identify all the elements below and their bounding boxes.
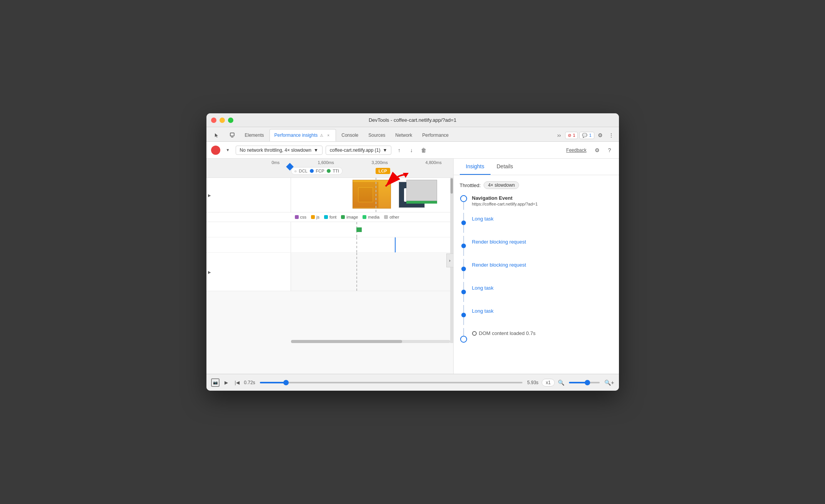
rb2-vline-top [463,259,464,267]
scroll-thumb[interactable] [451,178,453,194]
rb1-vline-bottom [463,248,464,256]
js-label: js [316,215,319,219]
upload-icon[interactable]: ↑ [394,146,404,155]
progress-thumb[interactable] [283,380,289,385]
rb2-circle [461,267,466,271]
tab-performance[interactable]: Performance [417,129,453,141]
lt3-circle [461,313,466,317]
tab-cursor[interactable] [210,129,224,141]
tab-network-label: Network [395,133,412,138]
zoom-slider[interactable] [569,382,600,383]
end-time-label: 5.93s [527,380,538,385]
legend-other: other [384,215,399,219]
horizontal-scroll-thumb[interactable] [291,340,403,343]
settings-icon[interactable]: ⚙ [596,131,605,140]
download-icon[interactable]: ↓ [407,146,416,155]
render-blocking-2-link[interactable]: Render blocking request [472,262,526,268]
settings-gear-icon[interactable]: ⚙ [593,146,602,155]
nav-url: https://coffee-cart.netlify.app/?ad=1 [472,202,613,206]
lt1-vline-bottom [463,225,464,233]
event-dom-loaded: DOM content loaded 0.7s [460,328,613,343]
event-line-lt1 [460,213,467,233]
lcp-badge-area: LCP [376,168,390,174]
green-bar [406,201,437,204]
tti-label: TTI [333,169,339,173]
tab-performance-insights-label: Performance insights [274,133,318,138]
close-button[interactable] [211,118,216,123]
event-line-lt3 [460,305,467,325]
throttling-dropdown[interactable]: No network throttling, 4× slowdown ▼ [236,146,323,155]
help-icon[interactable]: ? [605,146,614,155]
css-label: css [300,215,307,219]
expand-icon[interactable]: ▶ [208,193,211,197]
svg-rect-1 [231,137,233,138]
tab-network[interactable]: Network [391,129,417,141]
url-label: coffee-cart.netlify.app (1) [330,148,381,153]
nav-title: Navigation Event [472,195,613,201]
lt2-vline-bottom [463,294,464,302]
window-title: DevTools - coffee-cart.netlify.app/?ad=1 [369,117,456,123]
tab-console[interactable]: Console [337,129,363,141]
left-sidebar-area: ▶ [206,178,291,212]
delete-icon[interactable]: 🗑 [419,146,428,155]
timestamp-4800ms: 4,800ms [426,160,442,165]
rb1-vline-top [463,236,464,244]
timestamp-1600ms: 1,600ms [318,160,334,165]
record-button[interactable] [211,146,220,155]
screenshot-toggle[interactable]: 📷 [211,378,220,387]
legend-css: css [295,215,307,219]
tab-performance-insights[interactable]: Performance insights ⚠ × [269,129,336,141]
render-blocking-1-link[interactable]: Render blocking request [472,239,526,245]
feedback-link[interactable]: Feedback [566,148,587,153]
event-long-task-3: Long task [460,305,613,325]
film-strip-row: ▶ [206,178,453,212]
tti-dot [327,169,331,173]
tab-performance-label: Performance [422,133,449,138]
more-tabs-button[interactable]: ›› [554,131,564,140]
long-task-1-link[interactable]: Long task [472,216,494,222]
long-task-2-link[interactable]: Long task [472,285,494,291]
tab-device[interactable] [225,129,240,141]
throttling-chevron: ▼ [314,148,318,153]
speed-badge[interactable]: x1 [542,379,555,386]
tab-sources[interactable]: Sources [364,129,390,141]
play-button[interactable]: ▶ [223,379,230,386]
traffic-lights [211,118,233,123]
devtools-window: DevTools - coffee-cart.netlify.app/?ad=1… [206,113,619,391]
url-dropdown[interactable]: coffee-cart.netlify.app (1) ▼ [326,146,392,155]
tab-details[interactable]: Details [491,159,519,175]
zoom-out-button[interactable]: 🔍 [558,380,564,386]
legend-js: js [311,215,319,219]
more-options-icon[interactable]: ⋮ [607,131,616,140]
event-long-task-1: Long task [460,213,613,233]
timeline-content: ▶ [206,178,453,343]
zoom-in-button[interactable]: 🔍+ [604,380,614,386]
legend-bar: css js font image [206,212,453,222]
messages-badge[interactable]: 💬 1 [579,132,594,139]
minimize-button[interactable] [220,118,225,123]
long-task-3-link[interactable]: Long task [472,308,494,314]
tab-elements[interactable]: Elements [240,129,269,141]
record-dropdown[interactable]: ▼ [223,146,233,155]
errors-badge[interactable]: ⊘ 1 [565,132,578,139]
maximize-button[interactable] [228,118,233,123]
expand-icon-2[interactable]: ▶ [208,270,211,274]
tabs-right: ›› ⊘ 1 💬 1 ⚙ ⋮ [554,131,615,141]
dom-loaded-label: DOM content loaded 0.7s [479,330,536,336]
lcp-label: LCP [379,169,387,173]
panel-expand-button[interactable]: › [446,254,453,267]
skip-back-button[interactable]: |◀ [233,379,241,386]
lt1-vline-top [463,213,464,220]
progress-fill [260,382,286,383]
horizontal-scrollbar[interactable] [291,340,450,343]
tab-close-button[interactable]: × [326,133,331,138]
svg-rect-0 [230,133,234,136]
lt2-info: Long task [472,282,613,302]
throttling-label: No network throttling, 4× slowdown [240,148,311,153]
timeline-scrubber[interactable] [260,382,522,383]
lcp-badge: LCP [376,168,390,174]
legend-media: media [363,215,379,219]
zoom-thumb[interactable] [585,380,590,385]
other-dot [384,215,388,219]
tab-insights[interactable]: Insights [460,159,491,175]
